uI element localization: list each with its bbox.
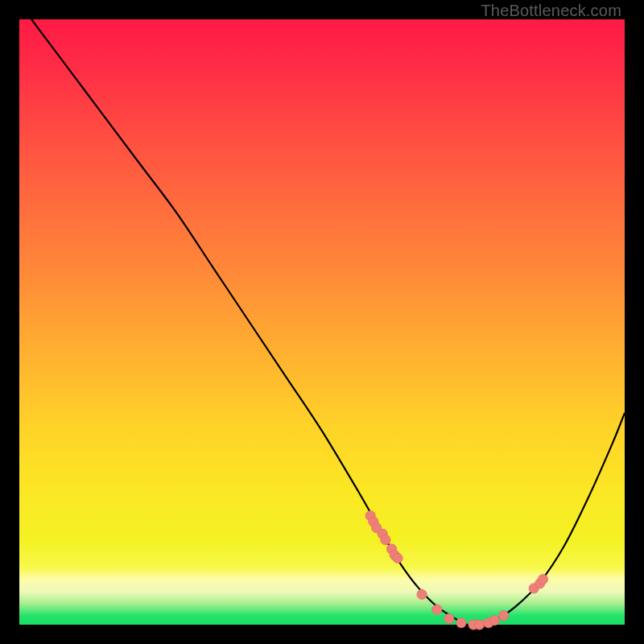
data-marker <box>381 535 390 545</box>
data-marker <box>498 611 508 621</box>
marker-group <box>365 510 548 630</box>
data-marker <box>489 616 499 625</box>
chart-frame <box>19 19 625 625</box>
data-marker <box>393 553 402 563</box>
bottleneck-curve <box>31 19 625 625</box>
data-marker <box>474 620 484 630</box>
data-marker <box>456 618 466 628</box>
data-marker <box>432 605 442 614</box>
watermark-text: TheBottleneck.com <box>481 2 621 20</box>
data-marker <box>417 589 427 599</box>
data-marker <box>538 574 547 584</box>
chart-svg <box>19 19 625 625</box>
data-marker <box>444 613 454 623</box>
